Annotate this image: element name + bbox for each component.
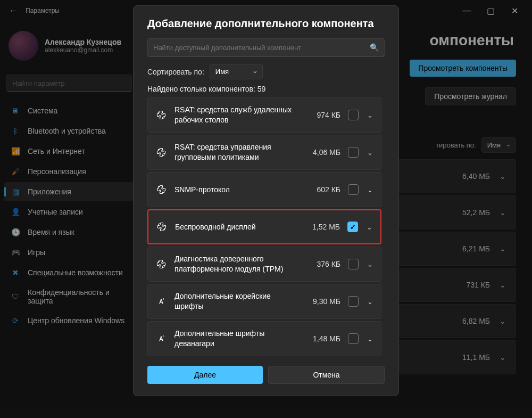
chevron-down-icon[interactable]: ⌄ xyxy=(365,223,373,231)
feature-row[interactable]: Беспроводной дисплей 1,52 МБ ⌄ xyxy=(147,209,381,244)
chevron-down-icon[interactable]: ⌄ xyxy=(366,335,373,343)
puzzle-icon xyxy=(155,184,167,195)
modal-overlay: Добавление дополнительного компонента 🔍 … xyxy=(0,0,532,418)
feature-size: 4,06 МБ xyxy=(307,148,340,157)
chevron-down-icon[interactable]: ⌄ xyxy=(366,298,373,306)
chevron-down-icon[interactable]: ⌄ xyxy=(366,111,373,119)
dialog-found-count: Найдено столько компонентов: 59 xyxy=(147,85,385,93)
feature-checkbox[interactable] xyxy=(348,333,359,344)
feature-row[interactable]: Диагностика доверенного платформенного м… xyxy=(147,247,381,282)
feature-size: 1,48 МБ xyxy=(307,334,340,343)
feature-name: Беспроводной дисплей xyxy=(175,222,300,232)
cancel-button[interactable]: Отмена xyxy=(268,366,385,384)
dialog-search-input[interactable] xyxy=(153,44,370,52)
feature-row[interactable]: Дополнительные корейские шрифты 9,30 МБ … xyxy=(147,284,381,319)
feature-checkbox[interactable] xyxy=(347,222,358,232)
feature-checkbox[interactable] xyxy=(348,110,359,120)
feature-row[interactable]: RSAT: средства служб удаленных рабочих с… xyxy=(147,97,381,133)
add-feature-dialog: Добавление дополнительного компонента 🔍 … xyxy=(133,5,399,396)
feature-size: 602 КБ xyxy=(307,185,340,194)
puzzle-icon xyxy=(155,146,167,158)
feature-row[interactable]: RSAT: средства управления групповыми пол… xyxy=(147,135,381,170)
feature-size: 974 КБ xyxy=(307,111,340,119)
puzzle-icon xyxy=(155,109,167,121)
puzzle-icon xyxy=(156,221,168,233)
feature-name: RSAT: средства служб удаленных рабочих с… xyxy=(174,105,300,125)
feature-name: RSAT: средства управления групповыми пол… xyxy=(174,142,300,162)
feature-size: 376 КБ xyxy=(307,260,340,268)
feature-row[interactable]: SNMP-протокол 602 КБ ⌄ xyxy=(147,172,381,207)
feature-size: 9,30 МБ xyxy=(307,297,340,306)
puzzle-icon xyxy=(155,258,167,270)
feature-name: SNMP-протокол xyxy=(174,185,300,195)
feature-size: 1,52 МБ xyxy=(307,223,340,231)
feature-row[interactable]: Дополнительные шрифты деванагари 1,48 МБ… xyxy=(147,321,381,356)
feature-name: Дополнительные шрифты деванагари xyxy=(174,329,300,349)
chevron-down-icon[interactable]: ⌄ xyxy=(366,186,373,194)
feature-checkbox[interactable] xyxy=(348,259,359,269)
chevron-down-icon[interactable]: ⌄ xyxy=(366,149,373,157)
dialog-feature-list: RSAT: средства служб удаленных рабочих с… xyxy=(147,97,385,356)
dialog-sort-label: Сортировать по: xyxy=(147,68,204,76)
feature-checkbox[interactable] xyxy=(348,147,359,158)
feature-checkbox[interactable] xyxy=(348,184,359,195)
search-icon: 🔍 xyxy=(370,43,379,52)
feature-name: Дополнительные корейские шрифты xyxy=(174,291,300,312)
feature-name: Диагностика доверенного платформенного м… xyxy=(174,254,300,274)
feature-checkbox[interactable] xyxy=(348,296,359,307)
dialog-sort-select[interactable]: Имя xyxy=(210,64,263,79)
next-button[interactable]: Далее xyxy=(147,366,263,384)
dialog-title: Добавление дополнительного компонента xyxy=(147,18,385,30)
font-icon xyxy=(155,296,167,307)
font-icon xyxy=(155,333,167,345)
chevron-down-icon[interactable]: ⌄ xyxy=(366,260,373,268)
dialog-search[interactable]: 🔍 xyxy=(147,38,385,56)
